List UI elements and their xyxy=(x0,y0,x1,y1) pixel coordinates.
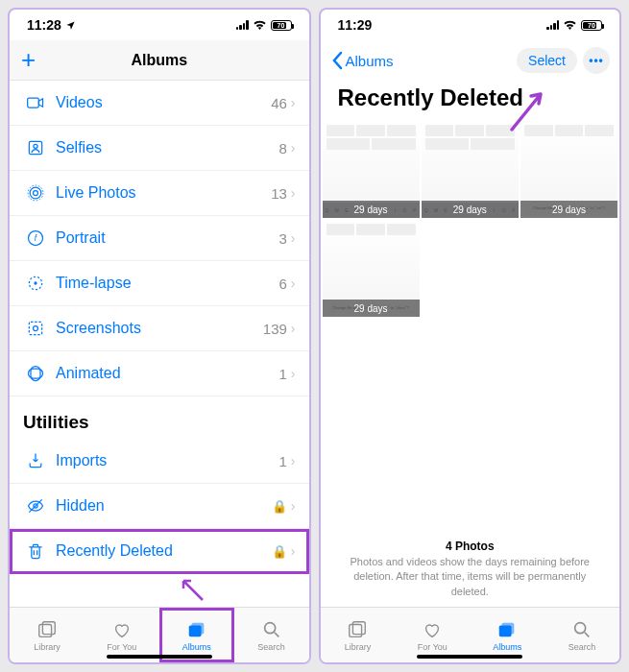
tab-label: Albums xyxy=(493,642,521,652)
status-time: 11:28 xyxy=(27,17,61,33)
row-label: Live Photos xyxy=(56,184,271,202)
chevron-icon: › xyxy=(291,498,296,514)
album-row-live-photos[interactable]: Live Photos 13 › xyxy=(10,171,309,216)
row-label: Portrait xyxy=(56,229,278,247)
svg-rect-19 xyxy=(42,621,55,634)
albums-list[interactable]: Videos 46 › Selfies 8 › Live Photos 13 ›… xyxy=(10,81,309,607)
row-label: Recently Deleted xyxy=(56,542,272,560)
album-row-animated[interactable]: Animated 1 › xyxy=(10,351,309,396)
back-button[interactable]: Albums xyxy=(330,51,394,70)
ellipsis-icon: ••• xyxy=(589,54,604,67)
svg-rect-27 xyxy=(502,622,515,634)
row-label: Selfies xyxy=(56,139,278,156)
portrait-icon: f xyxy=(23,228,48,248)
days-label: 29 days xyxy=(520,201,617,218)
chevron-left-icon xyxy=(330,51,344,70)
row-label: Hidden xyxy=(56,497,272,515)
footer-text: Photos and videos show the days remainin… xyxy=(336,555,605,599)
row-label: Videos xyxy=(56,94,271,111)
chevron-icon: › xyxy=(291,185,296,201)
svg-rect-18 xyxy=(39,624,52,636)
album-row-screenshots[interactable]: Screenshots 139 › xyxy=(10,306,309,351)
tab-library[interactable]: Library xyxy=(321,608,396,662)
trash-icon xyxy=(23,541,48,561)
add-button[interactable]: + xyxy=(21,45,36,75)
screenshot-icon xyxy=(23,319,48,338)
live-icon xyxy=(23,183,48,203)
more-button[interactable]: ••• xyxy=(583,47,610,74)
album-row-imports[interactable]: Imports 1 › xyxy=(10,439,309,484)
photo-grid: QWERTYUIOP 29 days QWERTYUIOP 29 days Ch… xyxy=(321,121,620,317)
row-count: 1 xyxy=(278,453,286,469)
home-indicator[interactable] xyxy=(417,655,522,659)
album-row-timelapse[interactable]: Time-lapse 6 › xyxy=(10,261,309,306)
tab-search[interactable]: Search xyxy=(234,608,309,662)
album-row-hidden[interactable]: Hidden 🔒 › xyxy=(10,484,309,529)
lock-icon: 🔒 xyxy=(272,544,287,559)
location-icon xyxy=(65,20,76,31)
signal-icon xyxy=(236,20,249,30)
status-bar: 11:28 70 xyxy=(10,10,309,40)
row-count: 46 xyxy=(271,95,287,111)
photo-thumb[interactable]: Change file extension from ".doc" to ".t… xyxy=(520,121,617,218)
page-title: Recently Deleted xyxy=(321,81,620,121)
tab-library[interactable]: Library xyxy=(10,608,85,662)
svg-point-9 xyxy=(34,281,36,284)
chevron-icon: › xyxy=(291,321,296,336)
svg-rect-25 xyxy=(353,621,366,634)
nav-header: Albums Select ••• xyxy=(321,40,620,81)
chevron-icon: › xyxy=(291,543,296,559)
photo-thumb[interactable]: QWERTYUIOP 29 days xyxy=(422,121,519,218)
tab-search[interactable]: Search xyxy=(544,608,619,662)
hidden-icon xyxy=(23,496,48,516)
chevron-icon: › xyxy=(291,95,296,110)
album-row-selfies[interactable]: Selfies 8 › xyxy=(10,126,309,171)
tab-label: Library xyxy=(345,642,372,652)
battery-icon: 70 xyxy=(581,20,602,31)
days-label: 29 days xyxy=(323,300,420,317)
select-button[interactable]: Select xyxy=(517,48,577,73)
photo-thumb[interactable]: QWERTYUIOP 29 days xyxy=(323,121,420,218)
svg-rect-10 xyxy=(29,322,41,334)
nav-title: Albums xyxy=(131,52,187,69)
phone-recently-deleted: 11:29 70 Albums Select ••• Recently Dele… xyxy=(319,8,622,664)
svg-line-29 xyxy=(585,632,590,636)
chevron-icon: › xyxy=(291,366,296,381)
import-icon xyxy=(23,451,48,470)
row-count: 13 xyxy=(271,185,287,202)
row-count: 6 xyxy=(278,276,286,292)
status-bar: 11:29 70 xyxy=(321,10,620,40)
album-row-recently-deleted[interactable]: Recently Deleted 🔒 › xyxy=(10,529,309,574)
row-count: 139 xyxy=(263,321,287,337)
days-label: 29 days xyxy=(323,201,420,218)
row-label: Time-lapse xyxy=(56,275,278,292)
utilities-header: Utilities xyxy=(10,396,309,439)
wifi-icon xyxy=(563,18,577,33)
timelapse-icon xyxy=(23,274,48,293)
lock-icon: 🔒 xyxy=(272,499,287,514)
svg-point-11 xyxy=(34,326,38,331)
photo-count: 4 Photos xyxy=(336,539,605,555)
tab-label: Search xyxy=(569,642,596,652)
video-icon xyxy=(23,93,48,112)
svg-point-3 xyxy=(34,191,38,196)
chevron-icon: › xyxy=(291,453,296,468)
album-row-videos[interactable]: Videos 46 › xyxy=(10,81,309,126)
album-row-portrait[interactable]: f Portrait 3 › xyxy=(10,216,309,261)
signal-icon xyxy=(546,20,559,30)
tab-label: For You xyxy=(107,642,136,652)
footer-note: 4 Photos Photos and videos show the days… xyxy=(321,531,620,607)
svg-point-22 xyxy=(264,622,275,633)
wifi-icon xyxy=(253,18,267,33)
row-label: Imports xyxy=(56,452,278,469)
photo-thumb[interactable]: Change file extension from ".doc" to ".d… xyxy=(323,220,420,317)
chevron-icon: › xyxy=(291,140,296,156)
tab-label: Albums xyxy=(182,642,211,652)
back-label: Albums xyxy=(346,53,394,69)
home-indicator[interactable] xyxy=(107,655,212,659)
animated-icon xyxy=(23,364,48,383)
row-count: 1 xyxy=(278,366,286,382)
svg-rect-24 xyxy=(350,624,362,636)
row-count: 8 xyxy=(278,140,286,156)
battery-icon: 70 xyxy=(271,20,292,31)
